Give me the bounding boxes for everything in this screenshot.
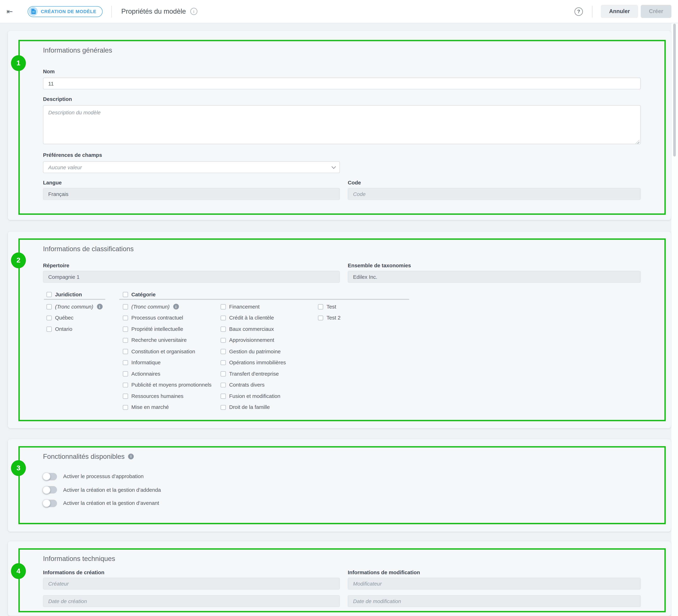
categorie-column-2: Financement Crédit à la clientèle Baux c… bbox=[221, 290, 286, 413]
header-divider bbox=[111, 5, 112, 17]
categorie-column-3: Test Test 2 bbox=[318, 290, 341, 324]
checkbox-item-test[interactable]: Test bbox=[318, 301, 341, 312]
repertoire-field bbox=[43, 271, 340, 283]
checkbox-icon bbox=[123, 360, 128, 365]
checkbox-item[interactable]: Fusion et modification bbox=[221, 391, 286, 402]
section-title: Informations techniques bbox=[43, 555, 641, 562]
date-creation-field bbox=[43, 595, 340, 607]
langue-label: Langue bbox=[43, 180, 340, 186]
checkbox-item[interactable]: Crédit à la clientèle bbox=[221, 312, 286, 323]
section-card-technical: 4 Informations techniques Informations d… bbox=[8, 541, 671, 616]
scrollbar-thumb[interactable] bbox=[673, 24, 676, 157]
scrollbar-track[interactable] bbox=[672, 23, 678, 616]
checkbox-item[interactable]: Constitution et organisation bbox=[123, 346, 212, 357]
checkbox-item[interactable]: Approvisionnement bbox=[221, 335, 286, 346]
checkbox-icon bbox=[318, 304, 323, 309]
modificateur-field bbox=[348, 578, 641, 589]
help-icon[interactable] bbox=[574, 7, 583, 15]
toggle-row-approbation: Activer le processus d’approbation bbox=[43, 470, 641, 483]
checkbox-icon bbox=[123, 327, 128, 332]
checkbox-icon bbox=[123, 382, 128, 387]
checkbox-item-tronc-commun-categorie[interactable]: (Tronc commun) bbox=[123, 301, 212, 312]
toggle-switch[interactable] bbox=[43, 499, 57, 507]
checkbox-icon bbox=[221, 360, 225, 365]
section-title: Fonctionnalités disponibles bbox=[43, 453, 641, 460]
checkbox-icon bbox=[123, 316, 128, 320]
checkbox-item-test-2[interactable]: Test 2 bbox=[318, 312, 341, 323]
taxonomies-label: Ensemble de taxonomies bbox=[348, 263, 641, 269]
checkbox-item[interactable]: Informatique bbox=[123, 357, 212, 368]
checkbox-icon bbox=[46, 316, 51, 320]
checkbox-icon bbox=[123, 304, 128, 309]
checkbox-icon bbox=[221, 338, 225, 343]
cancel-button[interactable]: Annuler bbox=[601, 5, 638, 18]
checkbox-icon bbox=[123, 292, 128, 297]
checkbox-item[interactable]: Processus contractuel bbox=[123, 312, 212, 323]
toggle-label: Activer la création et la gestion d’adde… bbox=[63, 487, 161, 493]
juridiction-header-checkbox[interactable]: Juridiction bbox=[46, 290, 102, 299]
checkbox-item[interactable]: Actionnaires bbox=[123, 368, 212, 379]
checkbox-item[interactable]: Transfert d'entreprise bbox=[221, 368, 286, 379]
section-title-text: Fonctionnalités disponibles bbox=[43, 453, 125, 460]
section-outline-features: 3 Fonctionnalités disponibles Activer le… bbox=[18, 446, 666, 524]
create-button[interactable]: Créer bbox=[641, 5, 672, 18]
checkbox-item[interactable]: Mise en marché bbox=[123, 402, 212, 413]
createur-field bbox=[43, 578, 340, 589]
categorie-header-checkbox[interactable]: Catégorie bbox=[123, 290, 212, 299]
checkbox-icon bbox=[123, 338, 128, 343]
checkbox-item-quebec[interactable]: Québec bbox=[46, 312, 102, 323]
toggle-switch[interactable] bbox=[43, 473, 57, 480]
nom-input[interactable] bbox=[43, 78, 641, 89]
checkbox-item[interactable]: Opérations immobilières bbox=[221, 357, 286, 368]
description-textarea[interactable] bbox=[43, 105, 641, 144]
checkbox-item-tronc-commun-juridiction[interactable]: (Tronc commun) bbox=[46, 301, 102, 312]
creation-info-label: Informations de création bbox=[43, 570, 340, 575]
info-icon[interactable] bbox=[97, 304, 102, 310]
checkbox-icon bbox=[221, 327, 225, 332]
checkbox-icon bbox=[123, 394, 128, 399]
checkbox-icon bbox=[221, 304, 225, 309]
date-modification-field bbox=[348, 595, 641, 607]
chevron-down-icon bbox=[332, 164, 336, 169]
description-label: Description bbox=[43, 96, 641, 102]
collapse-sidebar-icon[interactable] bbox=[6, 7, 16, 16]
checkbox-icon bbox=[46, 327, 51, 332]
toggle-row-addenda: Activer la création et la gestion d’adde… bbox=[43, 483, 641, 497]
section-title: Informations de classifications bbox=[43, 245, 641, 252]
step-number-badge: 2 bbox=[11, 252, 26, 268]
checkbox-item[interactable]: Droit de la famille bbox=[221, 402, 286, 413]
feature-toggle-list: Activer le processus d’approbation Activ… bbox=[43, 470, 641, 510]
module-badge: CRÉATION DE MODÈLE bbox=[28, 6, 102, 17]
section-title: Informations générales bbox=[43, 46, 641, 54]
checkbox-icon bbox=[221, 382, 225, 387]
app-window: CRÉATION DE MODÈLE Propriétés du modèle … bbox=[0, 0, 678, 616]
checkbox-item[interactable]: Baux commerciaux bbox=[221, 323, 286, 335]
checkbox-item-ontario[interactable]: Ontario bbox=[46, 323, 102, 335]
toggle-label: Activer la création et la gestion d’aven… bbox=[63, 500, 159, 506]
checkbox-item[interactable]: Contrats divers bbox=[221, 379, 286, 391]
checkbox-icon bbox=[46, 304, 51, 309]
code-field bbox=[348, 188, 641, 200]
top-bar: CRÉATION DE MODÈLE Propriétés du modèle … bbox=[0, 0, 678, 23]
checkbox-icon bbox=[318, 316, 323, 320]
checkbox-item[interactable]: Financement bbox=[221, 301, 286, 312]
langue-field bbox=[43, 188, 340, 200]
toggle-switch[interactable] bbox=[43, 486, 57, 494]
info-icon[interactable] bbox=[173, 304, 179, 310]
info-icon[interactable] bbox=[128, 454, 134, 459]
checkbox-icon bbox=[46, 292, 51, 297]
checkbox-item[interactable]: Publicité et moyens promotionnels bbox=[123, 379, 212, 391]
repertoire-label: Répertoire bbox=[43, 263, 340, 269]
toggle-label: Activer le processus d’approbation bbox=[63, 474, 144, 480]
title-info-icon[interactable] bbox=[190, 8, 197, 15]
preferences-select[interactable]: Aucune valeur bbox=[43, 161, 340, 173]
categorie-column-1: Catégorie (Tronc commun) Processus contr… bbox=[123, 290, 212, 413]
checkbox-item[interactable]: Propriété intellectuelle bbox=[123, 323, 212, 335]
checkbox-item[interactable]: Recherche universitaire bbox=[123, 335, 212, 346]
section-outline-general: 1 Informations générales Nom Description… bbox=[18, 40, 666, 215]
main-content: 1 Informations générales Nom Description… bbox=[0, 23, 672, 616]
checkbox-item[interactable]: Gestion du patrimoine bbox=[221, 346, 286, 357]
nom-label: Nom bbox=[43, 69, 641, 75]
section-card-general: 1 Informations générales Nom Description… bbox=[8, 31, 671, 220]
checkbox-item[interactable]: Ressources humaines bbox=[123, 391, 212, 402]
